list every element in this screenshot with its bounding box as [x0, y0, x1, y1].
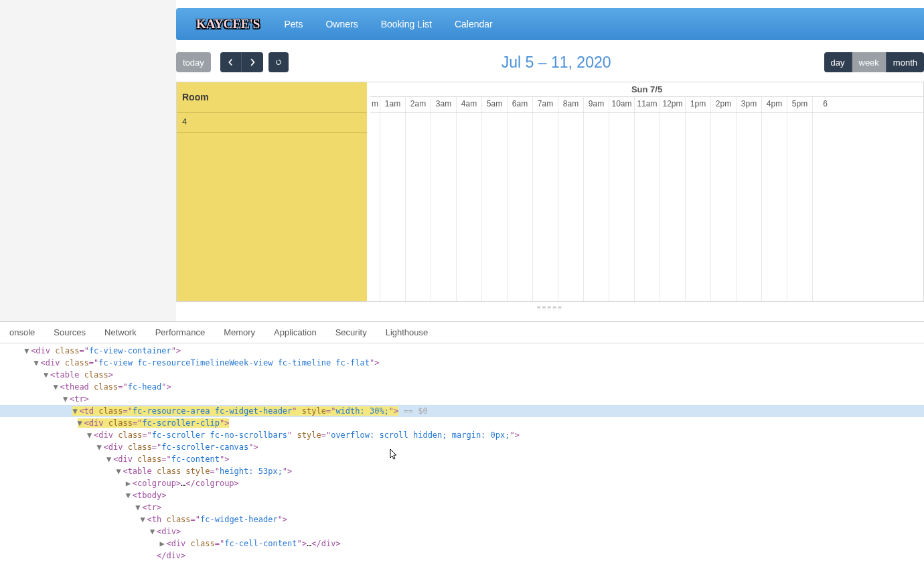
devtools-tab-memory[interactable]: Memory [214, 327, 264, 337]
dom-node-line[interactable]: ▼<thead class="fc-head"> [0, 381, 924, 393]
time-slot: 1pm [685, 97, 710, 112]
dom-node-line[interactable]: ▶<div class="fc-cell-content">…</div> [0, 538, 924, 550]
dom-node-line[interactable]: ▼<div class="fc-scroller-canvas"> [0, 441, 924, 453]
devtools-tab-network[interactable]: Network [95, 327, 146, 337]
devtools-panel: onsole Sources Network Performance Memor… [0, 321, 924, 573]
devtools-tab-performance[interactable]: Performance [146, 327, 214, 337]
today-button[interactable]: today [176, 52, 211, 72]
time-slot: 2am [405, 97, 431, 112]
dom-node-line[interactable]: ▼<div class="fc-scroller-clip"> [0, 417, 924, 429]
dom-node-line[interactable]: ▼<tbody> [0, 489, 924, 501]
chevron-right-icon [248, 58, 256, 66]
time-slot: 3am [431, 97, 456, 112]
date-range-title: Jul 5 – 11, 2020 [289, 54, 824, 72]
time-slot: 11am [634, 97, 660, 112]
devtools-tab-sources[interactable]: Sources [44, 327, 95, 337]
resource-header: Room [177, 82, 367, 113]
time-slot: m [370, 97, 380, 112]
time-slot: 7am [532, 97, 558, 112]
time-slot: 6am [507, 97, 532, 112]
dom-node-line[interactable]: ▼<div class="fc-content"> [0, 453, 924, 465]
view-month-button[interactable]: month [887, 52, 924, 72]
resource-column: Room 4 [177, 82, 367, 301]
time-slot: 4am [456, 97, 481, 112]
nav-owners[interactable]: Owners [325, 19, 358, 29]
calendar-grid: Room 4 Sun 7/5 m 1am 2am 3am 4am 5am 6am… [176, 82, 924, 302]
dom-node-line[interactable]: ▼<table class> [0, 369, 924, 381]
time-header: m 1am 2am 3am 4am 5am 6am 7am 8am 9am 10… [370, 97, 923, 113]
view-week-button[interactable]: week [852, 52, 887, 72]
chevron-left-icon [227, 58, 234, 66]
timeline-body[interactable] [370, 113, 923, 301]
resource-empty-area [177, 133, 367, 301]
dom-node-line[interactable]: ▼<th class="fc-widget-header"> [0, 513, 924, 525]
devtools-tabs: onsole Sources Network Performance Memor… [0, 322, 924, 343]
nav-booking-list[interactable]: Booking List [381, 19, 432, 29]
elements-dom-tree[interactable]: ▼<div class="fc-view-container"> ▼<div c… [0, 343, 924, 573]
time-slot: 2pm [710, 97, 736, 112]
time-slot: 3pm [736, 97, 761, 112]
dom-node-line[interactable]: ▶<colgroup>…</colgroup> [0, 477, 924, 489]
dom-node-line[interactable]: ▼<div class="fc-view-container"> [0, 345, 924, 357]
time-slot: 4pm [761, 97, 787, 112]
time-slot: 9am [583, 97, 609, 112]
view-day-button[interactable]: day [824, 52, 852, 72]
logo: KAYCEE'S [196, 17, 260, 31]
resource-row[interactable]: 4 [177, 113, 367, 133]
dom-node-line[interactable]: ▼<div class="fc-scroller fc-no-scrollbar… [0, 429, 924, 441]
day-label: Sun 7/5 [370, 82, 923, 97]
dom-node-line[interactable]: ▼<div class="fc-view fc-resourceTimeline… [0, 357, 924, 369]
dom-node-line[interactable]: ▼<table class style="height: 53px;"> [0, 465, 924, 477]
time-slot: 1am [380, 97, 405, 112]
prev-button[interactable] [220, 52, 242, 72]
dom-node-line[interactable]: ▼<tr> [0, 501, 924, 513]
top-nav: KAYCEE'S Pets Owners Booking List Calend… [176, 8, 924, 40]
devtools-tab-application[interactable]: Application [264, 327, 326, 337]
nav-pets[interactable]: Pets [284, 19, 303, 29]
time-slot: 8am [558, 97, 583, 112]
dom-node-line[interactable]: ▼<tr> [0, 393, 924, 405]
devtools-tab-lighthouse[interactable]: Lighthouse [376, 327, 438, 337]
devtools-tab-security[interactable]: Security [326, 327, 376, 337]
dom-node-line[interactable]: ▼<td class="fc-resource-area fc-widget-h… [0, 405, 924, 417]
time-slot: 10am [609, 97, 634, 112]
devtools-tab-console[interactable]: onsole [0, 327, 44, 337]
time-slot: 5am [481, 97, 507, 112]
dom-node-line[interactable]: </div> [0, 550, 924, 562]
time-slot: 5pm [787, 97, 812, 112]
time-slot: 6 [812, 97, 838, 112]
calendar-toolbar: today Jul 5 – 11, 2020 day week month [176, 40, 924, 82]
next-button[interactable] [242, 52, 263, 72]
timeline-column: Sun 7/5 m 1am 2am 3am 4am 5am 6am 7am 8a… [370, 82, 923, 301]
dom-node-line[interactable]: ▼<div> [0, 525, 924, 538]
nav-calendar[interactable]: Calendar [455, 19, 493, 29]
time-slot: 12pm [660, 97, 685, 112]
refresh-icon [275, 58, 282, 66]
refresh-button[interactable] [268, 52, 289, 72]
panel-resize-handle[interactable]: ≡≡≡≡≡ [176, 302, 924, 313]
